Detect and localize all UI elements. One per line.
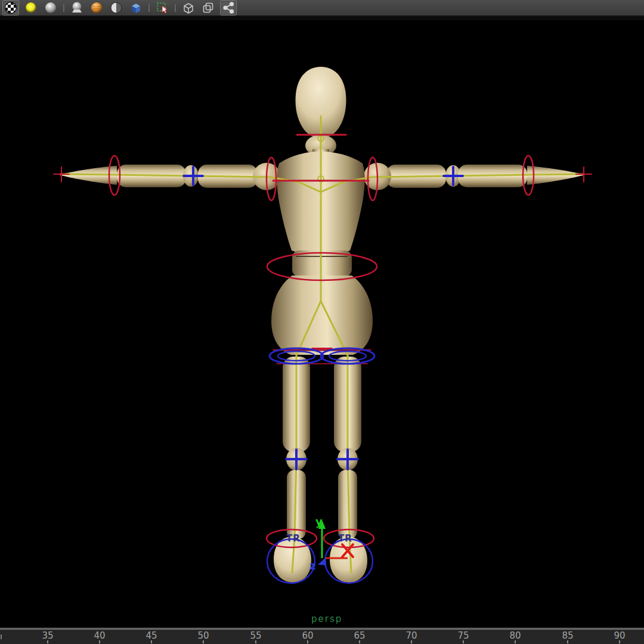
blue-shaded-cube-icon [129, 1, 143, 14]
camera-label-persp: persp [311, 614, 342, 624]
frame-tick [411, 640, 412, 643]
timeline-frame[interactable]: 55 [249, 631, 263, 644]
frame-tick [203, 640, 204, 643]
mannequin-body[interactable] [59, 67, 585, 583]
left-ankle-tr-label: TR [286, 533, 301, 544]
frame-number: 85 [562, 631, 573, 640]
sphere-on-plane-icon [70, 1, 83, 14]
timeline-frame[interactable]: 65 [352, 631, 367, 644]
frame-number: 45 [145, 631, 157, 640]
share-network-button[interactable] [220, 0, 237, 16]
axis-z-label: z [309, 559, 315, 572]
axis-y-label: y [315, 515, 323, 528]
half-shaded-sphere-icon [110, 1, 123, 14]
frame-tick [515, 640, 516, 643]
yellow-light-sphere-icon [24, 1, 38, 14]
viewport-3d[interactable]: y z TR TR persp [0, 0, 644, 644]
gray-sphere-button[interactable] [43, 1, 58, 15]
frame-tick [307, 640, 308, 643]
orange-sphere-button[interactable] [89, 1, 104, 15]
timeline-frame[interactable]: 85 [561, 631, 575, 644]
frame-tick [151, 640, 152, 643]
frame-number: 40 [94, 631, 105, 640]
frame-number: 50 [197, 631, 209, 640]
yellow-light-button[interactable] [23, 1, 39, 15]
marquee-select-button[interactable] [154, 1, 170, 15]
timeline-frame[interactable]: 40 [92, 631, 107, 644]
half-shaded-sphere-button[interactable] [109, 1, 124, 15]
blue-cube-button[interactable] [128, 1, 144, 15]
timeline-frame[interactable]: 90 [612, 631, 627, 644]
menu-strip [0, 17, 644, 20]
frame-tick [619, 640, 620, 643]
timeline-frame[interactable]: 80 [508, 631, 522, 644]
frame-tick [47, 640, 48, 643]
toolbar-separator [174, 4, 177, 12]
time-slider[interactable]: 35 40 45 50 55 60 65 70 75 80 85 90 [0, 627, 644, 644]
left-hand-ik-cross[interactable] [54, 167, 69, 182]
frame-number: 90 [614, 631, 625, 640]
wireframe-cube-icon [182, 1, 195, 14]
orange-textured-sphere-icon [90, 1, 103, 14]
viewport-toolbar [0, 0, 644, 17]
frame-tick [359, 640, 360, 643]
frame-number: 75 [457, 631, 469, 640]
timeline-frame[interactable]: 70 [404, 631, 419, 644]
frame-number: 65 [354, 631, 365, 640]
marquee-select-cursor-icon [156, 1, 169, 14]
timeline-frame[interactable]: 50 [196, 631, 210, 644]
frame-number: 35 [42, 631, 53, 640]
right-ankle-tr-label: TR [338, 533, 352, 544]
scene-mannequin-rig[interactable]: y z TR TR persp [0, 0, 644, 644]
sphere-on-plane-button[interactable] [69, 1, 85, 15]
timeline-edge-tick [1, 634, 2, 639]
frame-tick [255, 640, 256, 643]
frame-tick [567, 640, 568, 643]
checker-sphere-button[interactable] [2, 0, 19, 16]
frame-tick [463, 640, 464, 643]
timeline-frame[interactable]: 60 [301, 631, 315, 644]
right-hand-ik-cross[interactable] [576, 167, 592, 182]
wireframe-cube-button[interactable] [181, 1, 196, 15]
timeline-frame[interactable]: 45 [144, 631, 159, 644]
toolbar-separator [63, 4, 65, 12]
gray-sphere-icon [44, 1, 57, 14]
timeline-frame[interactable]: 35 [41, 631, 55, 644]
frame-number: 55 [250, 631, 261, 640]
frame-number: 70 [405, 631, 417, 640]
toolbar-separator [148, 4, 150, 12]
overlapping-squares-button[interactable] [200, 1, 216, 15]
frame-number: 80 [509, 631, 521, 640]
axis-z-arrowhead[interactable] [318, 558, 326, 565]
checker-sphere-icon [4, 1, 17, 14]
frame-tick [99, 640, 100, 643]
timeline-frame[interactable]: 75 [456, 631, 470, 644]
overlapping-squares-icon [202, 1, 215, 14]
pelvis[interactable] [271, 275, 373, 355]
frame-number: 60 [302, 631, 313, 640]
share-network-icon [222, 1, 235, 14]
